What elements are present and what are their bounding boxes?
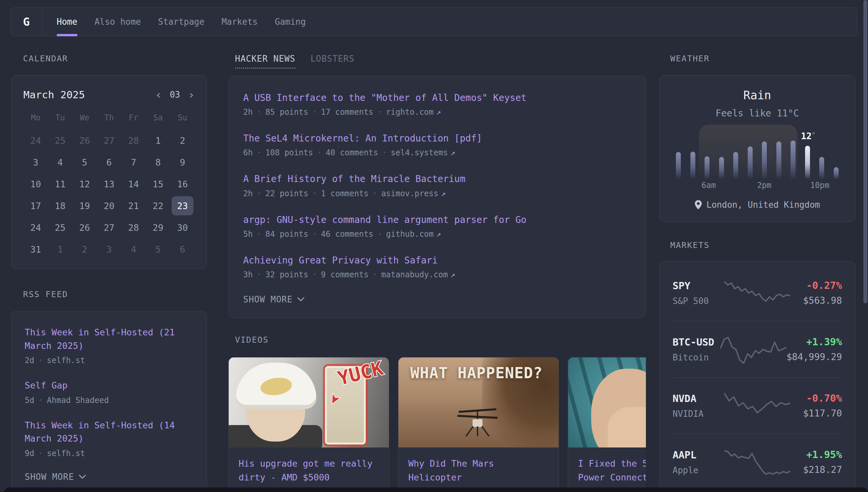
weather-bar xyxy=(719,157,724,179)
weather-bar xyxy=(834,167,839,179)
calendar-day[interactable]: 19 xyxy=(73,196,97,215)
news-tab-hacker-news[interactable]: HACKER NEWS xyxy=(235,54,295,69)
calendar-day[interactable]: 5 xyxy=(146,240,170,259)
calendar-day[interactable]: 16 xyxy=(170,174,195,194)
news-item-domain[interactable]: github.com↗ xyxy=(386,229,441,239)
news-item-comments: 17 comments xyxy=(321,107,373,117)
markets-heading: MARKETS xyxy=(659,240,856,250)
calendar-day[interactable]: 17 xyxy=(23,196,48,215)
video-thumbnail[interactable]: DOTHT xyxy=(568,358,646,447)
nav-tab-also-home[interactable]: Also home xyxy=(95,7,141,36)
video-card[interactable]: YUCK➤His upgrade got me reallydirty - AM… xyxy=(228,357,389,492)
calendar-day[interactable]: 21 xyxy=(121,196,146,215)
calendar-day[interactable]: 28 xyxy=(121,131,146,150)
market-symbol: AAPL xyxy=(673,449,724,461)
markets-card: SPYS&P 500-0.27%$563.98BTC-USDBitcoin+1.… xyxy=(659,261,856,492)
market-change: -0.27% xyxy=(790,280,842,291)
calendar-grid: 2425262728123456789101112131415161718192… xyxy=(23,131,195,259)
nav-tab-home[interactable]: Home xyxy=(57,7,77,36)
calendar-day[interactable]: 30 xyxy=(170,218,195,237)
market-row-spy[interactable]: SPYS&P 500-0.27%$563.98 xyxy=(673,265,842,321)
calendar-day[interactable]: 27 xyxy=(97,131,121,150)
calendar-day[interactable]: 1 xyxy=(146,131,170,150)
calendar-day[interactable]: 3 xyxy=(23,153,48,172)
news-item-title[interactable]: A USB Interface to the "Mother of All De… xyxy=(243,91,631,104)
market-price: $117.70 xyxy=(790,408,842,419)
calendar-day-selected[interactable]: 23 xyxy=(172,196,193,215)
calendar-day[interactable]: 6 xyxy=(97,153,121,172)
rss-item-meta: 9d·selfh.st xyxy=(25,449,193,458)
calendar-prev-icon[interactable]: ‹ xyxy=(155,89,162,100)
calendar-day[interactable]: 28 xyxy=(121,218,146,237)
rss-item-title[interactable]: This Week in Self-Hosted (14 March 2025) xyxy=(25,419,193,445)
news-item-title[interactable]: Achieving Great Privacy with Safari xyxy=(243,254,631,267)
market-price: $563.98 xyxy=(790,295,842,306)
calendar-day[interactable]: 3 xyxy=(97,240,121,259)
calendar-day[interactable]: 6 xyxy=(170,240,195,259)
news-item-domain[interactable]: matanabudy.com↗ xyxy=(381,270,455,279)
market-row-btc-usd[interactable]: BTC-USDBitcoin+1.39%$84,999.29 xyxy=(673,321,842,377)
calendar-day[interactable]: 20 xyxy=(97,196,121,215)
calendar-day[interactable]: 25 xyxy=(48,218,72,237)
news-item-title[interactable]: A Brief History of the Miracle Bacterium xyxy=(243,172,631,185)
news-item-title[interactable]: The SeL4 Microkernel: An Introduction [p… xyxy=(243,132,631,145)
rss-item-age: 2d xyxy=(25,356,34,365)
video-title[interactable]: I Fixed the 5Power Connect xyxy=(578,457,646,485)
calendar-day[interactable]: 14 xyxy=(121,174,146,194)
news-item-domain[interactable]: asimov.press↗ xyxy=(381,189,446,198)
calendar-day[interactable]: 4 xyxy=(121,240,146,259)
calendar-day[interactable]: 4 xyxy=(48,153,72,172)
calendar-day[interactable]: 29 xyxy=(146,218,170,237)
calendar-day[interactable]: 26 xyxy=(73,131,97,150)
video-thumbnail[interactable]: WHAT HAPPENED? xyxy=(398,358,558,447)
calendar-day[interactable]: 7 xyxy=(121,153,146,172)
calendar-day[interactable]: 9 xyxy=(170,153,195,172)
video-title[interactable]: His upgrade got me reallydirty - AMD $50… xyxy=(239,457,379,492)
news-item-points: 84 points xyxy=(265,229,308,239)
calendar-day[interactable]: 22 xyxy=(146,196,170,215)
calendar-day[interactable]: 25 xyxy=(48,131,72,150)
nav-tab-markets[interactable]: Markets xyxy=(221,7,258,36)
hour-label: 10pm xyxy=(810,181,830,190)
calendar-day[interactable]: 2 xyxy=(170,131,195,150)
calendar-day[interactable]: 26 xyxy=(73,218,97,237)
calendar-day[interactable]: 18 xyxy=(48,196,72,215)
news-show-more-button[interactable]: SHOW MORE xyxy=(243,294,631,304)
rss-item: This Week in Self-Hosted (21 March 2025)… xyxy=(25,326,193,365)
calendar-day[interactable]: 13 xyxy=(97,174,121,194)
calendar-day[interactable]: 2 xyxy=(73,240,97,259)
rss-item-title[interactable]: This Week in Self-Hosted (21 March 2025) xyxy=(25,326,193,352)
market-name: S&P 500 xyxy=(673,296,724,306)
rss-item-title[interactable]: Self Gap xyxy=(25,379,193,392)
video-thumbnail[interactable]: YUCK➤ xyxy=(229,358,389,447)
video-title[interactable]: Why Did The Mars HelicopterDisappear? xyxy=(408,457,549,492)
calendar-day[interactable]: 27 xyxy=(97,218,121,237)
video-card[interactable]: WHAT HAPPENED?Why Did The Mars Helicopte… xyxy=(398,357,559,492)
weekday-label: Sa xyxy=(146,113,170,122)
calendar-day[interactable]: 8 xyxy=(146,153,170,172)
calendar-day[interactable]: 24 xyxy=(23,218,48,237)
calendar-day[interactable]: 15 xyxy=(146,174,170,194)
nav-tab-startpage[interactable]: Startpage xyxy=(158,7,205,36)
calendar-day[interactable]: 24 xyxy=(23,131,48,150)
news-item-domain[interactable]: righto.com↗ xyxy=(386,107,441,117)
weekday-label: Tu xyxy=(48,113,72,122)
news-item-domain[interactable]: sel4.systems↗ xyxy=(391,148,455,157)
nav-tab-gaming[interactable]: Gaming xyxy=(275,7,306,36)
calendar-day[interactable]: 5 xyxy=(73,153,97,172)
calendar-next-icon[interactable]: › xyxy=(188,89,195,100)
news-item-title[interactable]: argp: GNU-style command line argument pa… xyxy=(243,213,631,226)
calendar-day[interactable]: 1 xyxy=(48,240,72,259)
market-row-nvda[interactable]: NVDANVIDIA-0.70%$117.70 xyxy=(673,377,842,434)
calendar-day[interactable]: 12 xyxy=(73,174,97,194)
news-item-meta: 6h·108 points·40 comments·sel4.systems↗ xyxy=(243,148,631,157)
market-row-aapl[interactable]: AAPLApple+1.95%$218.27 xyxy=(673,434,842,490)
page-scrollbar-thumb[interactable] xyxy=(863,0,867,303)
rss-show-more-button[interactable]: SHOW MORE xyxy=(25,472,193,482)
news-tab-lobsters[interactable]: LOBSTERS xyxy=(310,54,354,69)
calendar-day[interactable]: 10 xyxy=(23,174,48,194)
app-logo[interactable]: G xyxy=(11,7,42,36)
video-card[interactable]: DOTHTI Fixed the 5Power Connect3d·Linus … xyxy=(568,357,646,492)
calendar-day[interactable]: 11 xyxy=(48,174,72,194)
calendar-day[interactable]: 31 xyxy=(23,240,48,259)
